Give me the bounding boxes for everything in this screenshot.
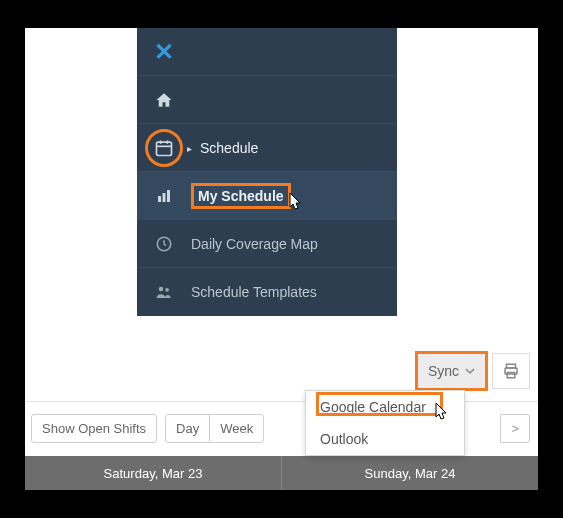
logo-x-icon: ✕: [154, 38, 174, 66]
svg-point-9: [165, 288, 169, 292]
sunday-label: Sunday, Mar 24: [365, 466, 456, 481]
print-button[interactable]: [492, 353, 530, 389]
people-icon: [154, 283, 174, 301]
open-shifts-label: Show Open Shifts: [42, 421, 146, 436]
filter-row: Show Open Shifts Day Week: [31, 414, 264, 443]
nav-my-schedule[interactable]: My Schedule: [137, 172, 397, 220]
printer-icon: [502, 362, 520, 380]
clock-icon: [155, 235, 173, 253]
sidebar: ✕ ▸ Schedule My Schedule: [137, 28, 397, 316]
nav-coverage-map[interactable]: Daily Coverage Map: [137, 220, 397, 268]
sync-outlook-label: Outlook: [320, 431, 368, 447]
sync-dropdown: Google Calendar Outlook: [305, 390, 465, 456]
svg-rect-4: [158, 196, 161, 202]
cursor-icon: [285, 191, 305, 213]
saturday-label: Saturday, Mar 23: [104, 466, 203, 481]
nav-my-schedule-label: My Schedule: [198, 188, 284, 204]
nav-templates[interactable]: Schedule Templates: [137, 268, 397, 316]
svg-rect-6: [167, 190, 170, 202]
show-open-shifts-button[interactable]: Show Open Shifts: [31, 414, 157, 443]
view-week-button[interactable]: Week: [209, 414, 264, 443]
nav-schedule-label: Schedule: [200, 140, 258, 156]
view-day-button[interactable]: Day: [165, 414, 210, 443]
sync-label: Sync: [428, 363, 459, 379]
cursor-icon: [431, 401, 451, 423]
app-canvas: ✕ ▸ Schedule My Schedule: [25, 28, 538, 490]
highlight-circle: [145, 129, 183, 167]
sync-button[interactable]: Sync: [417, 353, 486, 389]
svg-rect-5: [163, 193, 166, 202]
sync-item-outlook[interactable]: Outlook: [306, 423, 464, 455]
chevron-right-icon: >: [511, 421, 519, 436]
day-column-sunday: Sunday, Mar 24: [282, 456, 538, 490]
nav-schedule[interactable]: ▸ Schedule: [137, 124, 397, 172]
day-header: Saturday, Mar 23 Sunday, Mar 24: [25, 456, 538, 490]
chevron-down-icon: [465, 366, 475, 376]
svg-rect-0: [157, 142, 172, 155]
home-icon: [155, 91, 173, 109]
next-button[interactable]: >: [500, 414, 530, 443]
bar-chart-icon: [155, 187, 173, 205]
nav-coverage-label: Daily Coverage Map: [191, 236, 318, 252]
view-range-segment: Day Week: [165, 414, 264, 443]
nav-templates-label: Schedule Templates: [191, 284, 317, 300]
highlight-my-schedule: My Schedule: [191, 183, 291, 209]
svg-point-8: [159, 287, 164, 292]
sync-google-label: Google Calendar: [320, 399, 426, 415]
day-column-saturday: Saturday, Mar 23: [25, 456, 282, 490]
chevron-right-icon: ▸: [187, 143, 192, 154]
day-label: Day: [176, 421, 199, 436]
nav-logo-row: ✕: [137, 28, 397, 76]
nav-home[interactable]: [137, 76, 397, 124]
calendar-icon: [154, 138, 174, 158]
week-label: Week: [220, 421, 253, 436]
